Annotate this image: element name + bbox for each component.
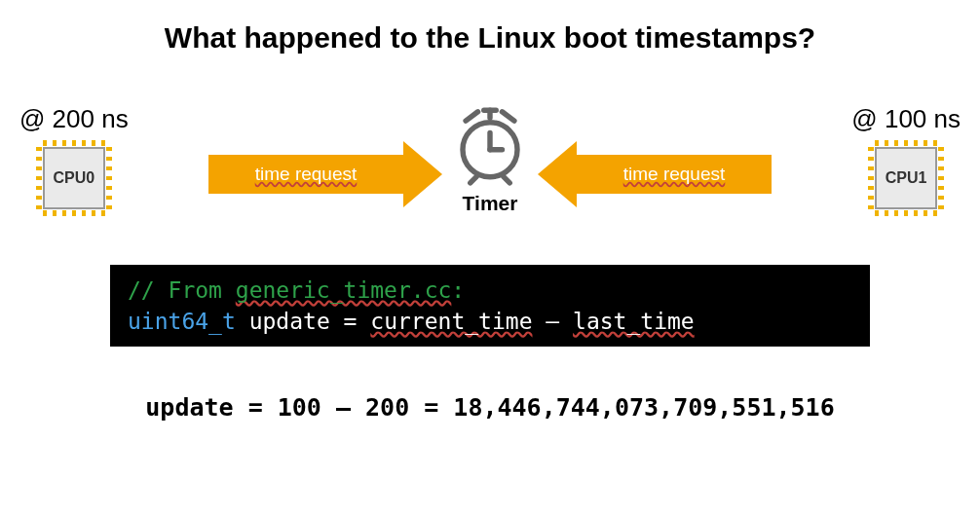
code-snippet: // From generic_timer.cc: uint64_t updat… (110, 265, 870, 347)
diagram-row: @ 200 ns CPU0 time request (0, 92, 980, 228)
code-expr2: last_time (573, 309, 695, 334)
cpu-chip-icon: CPU1 (868, 140, 944, 216)
arrow-right-icon (403, 141, 442, 207)
timer-label: Timer (463, 192, 518, 215)
code-filename: generic_timer.cc (236, 277, 452, 303)
right-arrow-label: time request (577, 155, 772, 194)
alarm-clock-icon (452, 104, 528, 186)
left-cpu-block: @ 200 ns CPU0 (19, 104, 129, 216)
right-arrow: time request (538, 141, 772, 207)
cpu0-label: CPU0 (43, 147, 105, 209)
code-type: uint64_t (128, 309, 236, 334)
cpu1-label: CPU1 (875, 147, 937, 209)
cpu-chip-icon: CPU0 (36, 140, 112, 216)
timer-block: Timer (452, 104, 528, 215)
code-expr1: current_time (370, 309, 532, 334)
left-arrow-label: time request (208, 155, 403, 194)
right-cpu-block: @ 100 ns CPU1 (851, 104, 961, 216)
svg-line-3 (471, 177, 476, 183)
svg-line-4 (504, 177, 509, 183)
equation-line: update = 100 – 200 = 18,446,744,073,709,… (0, 393, 980, 422)
left-time-label: @ 200 ns (19, 104, 129, 134)
code-var: update (249, 309, 330, 334)
arrow-left-icon (538, 141, 577, 207)
right-time-label: @ 100 ns (851, 104, 961, 134)
slide-title: What happened to the Linux boot timestam… (0, 0, 980, 55)
left-arrow: time request (208, 141, 442, 207)
